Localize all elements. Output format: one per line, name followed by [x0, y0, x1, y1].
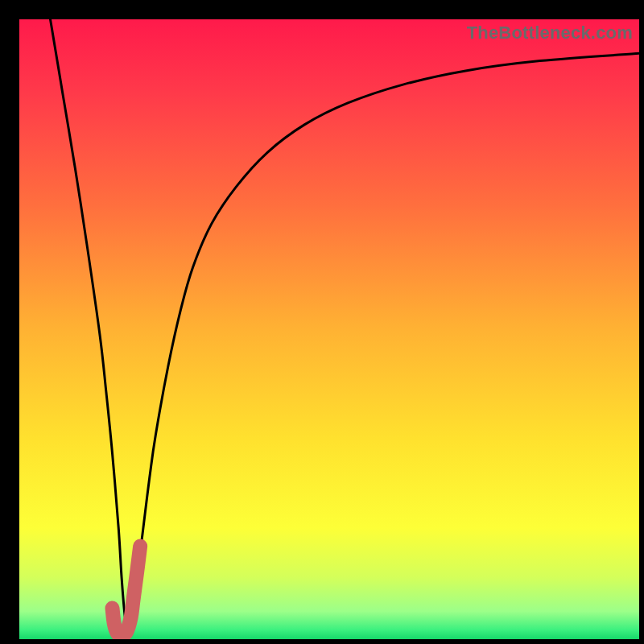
chart-frame: TheBottleneck.com: [0, 0, 644, 644]
highlight-J: [113, 547, 141, 636]
plot-area: TheBottleneck.com: [19, 19, 639, 639]
curve-layer: [19, 19, 639, 639]
watermark-text: TheBottleneck.com: [467, 23, 633, 43]
